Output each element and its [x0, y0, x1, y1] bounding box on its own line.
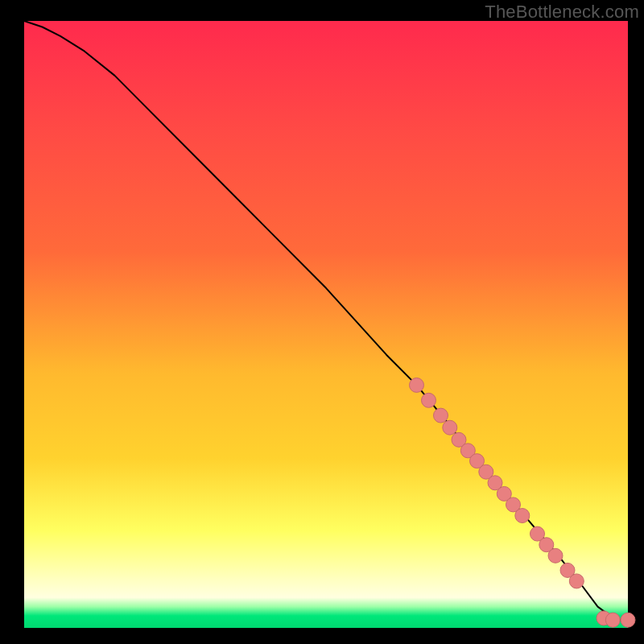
data-point	[621, 613, 635, 627]
data-point	[443, 420, 457, 435]
data-point	[569, 574, 584, 588]
data-point	[515, 509, 530, 523]
chart-svg	[0, 0, 644, 644]
data-point	[605, 613, 620, 627]
data-point	[422, 393, 436, 407]
chart-stage: TheBottleneck.com	[0, 0, 644, 644]
data-point	[434, 408, 448, 423]
credit-label: TheBottleneck.com	[485, 2, 639, 23]
data-point	[548, 548, 563, 563]
data-point	[410, 378, 424, 392]
